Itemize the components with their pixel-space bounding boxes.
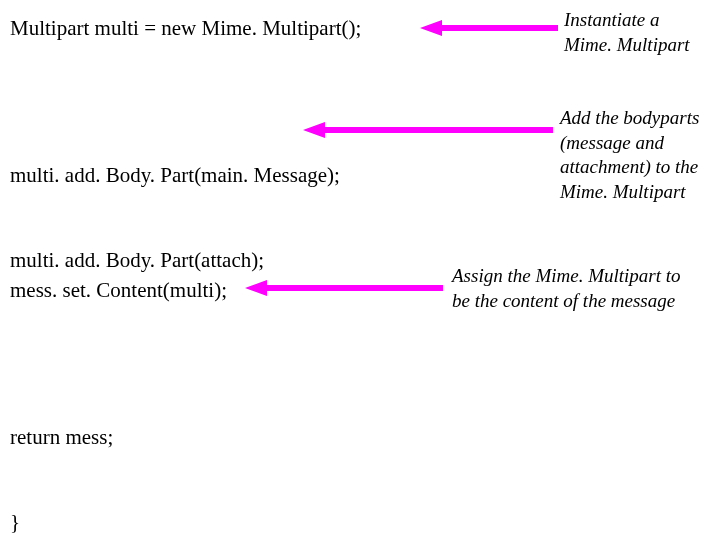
svg-marker-5 — [245, 280, 267, 296]
arrow-setcontent — [245, 278, 445, 298]
annotation-instantiate: Instantiate a Mime. Multipart — [564, 8, 690, 57]
svg-marker-1 — [420, 20, 442, 36]
annotation-instantiate-line2: Mime. Multipart — [564, 33, 690, 58]
annotation-addbodyparts-line4: Mime. Multipart — [560, 180, 699, 205]
annotation-addbodyparts-line2: (message and — [560, 131, 699, 156]
arrow-instantiate — [420, 18, 560, 38]
arrow-addbodyparts — [303, 120, 555, 140]
code-line-return: return mess; — [10, 423, 113, 451]
annotation-addbodyparts-line3: attachment) to the — [560, 155, 699, 180]
code-line-instantiate: Multipart multi = new Mime. Multipart(); — [10, 14, 361, 42]
code-block-addbodyparts: multi. add. Body. Part(main. Message); m… — [10, 104, 340, 302]
annotation-setcontent: Assign the Mime. Multipart to be the con… — [452, 264, 681, 313]
annotation-setcontent-line1: Assign the Mime. Multipart to — [452, 264, 681, 289]
code-line-addbody-main: multi. add. Body. Part(main. Message); — [10, 161, 340, 189]
annotation-setcontent-line2: be the content of the message — [452, 289, 681, 314]
code-line-addbody-attach: multi. add. Body. Part(attach); — [10, 246, 340, 274]
svg-marker-3 — [303, 122, 325, 138]
annotation-instantiate-line1: Instantiate a — [564, 8, 690, 33]
code-block-return: return mess; } — [10, 366, 113, 540]
annotation-addbodyparts: Add the bodyparts (message and attachmen… — [560, 106, 699, 205]
annotation-addbodyparts-line1: Add the bodyparts — [560, 106, 699, 131]
code-line-setcontent: mess. set. Content(multi); — [10, 276, 227, 304]
code-line-closebrace: } — [10, 508, 113, 536]
